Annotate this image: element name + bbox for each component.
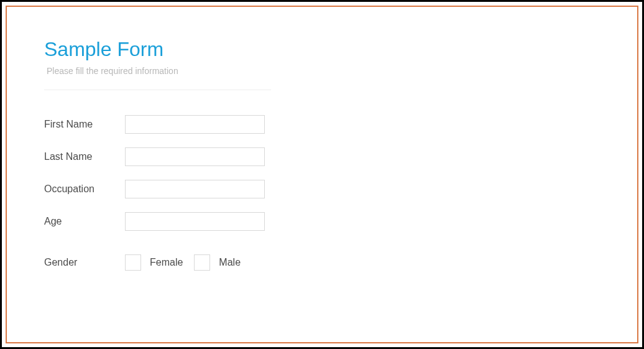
form-subtitle: Please fill the required information [47,66,600,76]
age-row: Age [44,212,600,231]
age-input[interactable] [125,212,265,231]
last-name-row: Last Name [44,147,600,166]
outer-frame: Sample Form Please fill the required inf… [0,0,644,349]
occupation-input[interactable] [125,180,265,198]
gender-female-item: Female [125,254,183,271]
first-name-label: First Name [44,119,125,130]
first-name-input[interactable] [125,115,265,134]
gender-female-label: Female [150,257,183,268]
first-name-row: First Name [44,115,600,134]
last-name-input[interactable] [125,147,265,166]
gender-female-checkbox[interactable] [125,254,141,271]
occupation-row: Occupation [44,180,600,198]
divider [44,90,271,90]
gender-male-item: Male [194,254,241,271]
last-name-label: Last Name [44,151,125,162]
gender-options: Female Male [125,254,241,271]
form-title: Sample Form [44,38,600,61]
age-label: Age [44,216,125,227]
gender-row: Gender Female Male [44,254,600,271]
inner-frame: Sample Form Please fill the required inf… [6,6,638,343]
occupation-label: Occupation [44,184,125,195]
gender-male-label: Male [219,257,241,268]
gender-label: Gender [44,257,125,268]
gender-male-checkbox[interactable] [194,254,210,271]
